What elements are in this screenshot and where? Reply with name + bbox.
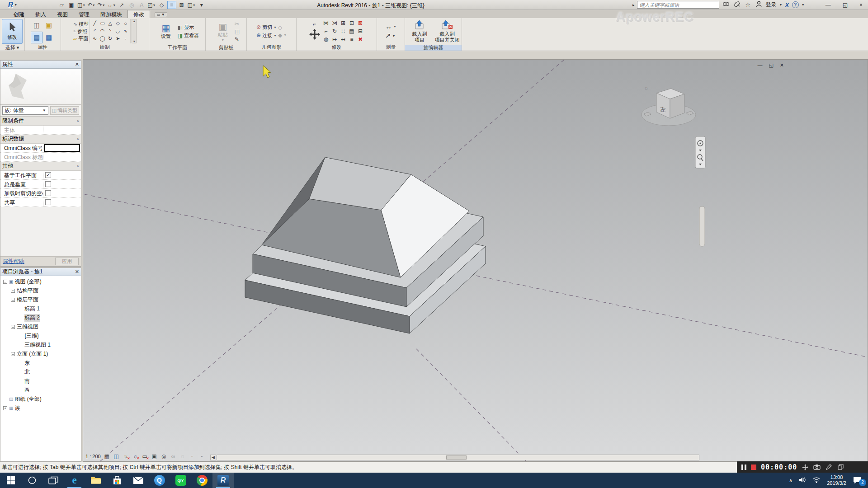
properties-palette-icon[interactable]: ◫ (31, 19, 42, 31)
ribbon-state-toggle[interactable]: ▭ ▼ (155, 12, 167, 17)
taskbar-mail-icon[interactable] (127, 473, 149, 488)
screenshot-icon[interactable] (813, 464, 821, 471)
tab-创建[interactable]: 创建 (8, 10, 30, 18)
wifi-icon[interactable] (812, 477, 821, 484)
default-3d-view-icon[interactable]: ◰▼ (147, 1, 156, 9)
stop-icon[interactable] (751, 465, 756, 470)
modify-tool-icon[interactable]: ↻ (330, 27, 339, 35)
reveal-hidden-icon[interactable]: ◌ (179, 453, 186, 460)
toolbar-window-icon[interactable] (837, 464, 844, 471)
taskbar-chrome-icon[interactable] (191, 473, 212, 488)
draw-tool-icon[interactable]: ◡ (114, 27, 122, 35)
property-value[interactable] (43, 144, 81, 152)
family-category-icon[interactable]: ▦ (43, 32, 55, 43)
tab-插入[interactable]: 插入 (30, 10, 52, 18)
locked-3d-icon[interactable]: ◎ (160, 453, 167, 460)
tree-item[interactable]: 标高 1 (0, 304, 81, 313)
property-value[interactable] (43, 198, 81, 206)
aligned-dim-button[interactable]: ↗▼ (385, 32, 396, 40)
tree-item[interactable]: 三维视图 1 (0, 340, 81, 349)
action-center-icon[interactable]: 2 (853, 476, 863, 484)
undo-icon[interactable]: ↶▼ (87, 1, 96, 9)
copy-icon[interactable]: ◫ (235, 28, 240, 35)
lock-icon[interactable]: ▪ (198, 453, 205, 460)
draw-tool-icon[interactable]: ▭ (99, 19, 106, 27)
wall-joins-icon[interactable]: ◇ (278, 24, 287, 31)
exchange-apps-icon[interactable]: X (785, 1, 789, 9)
pause-icon[interactable] (741, 465, 746, 470)
restore-button[interactable]: ◱ (843, 2, 848, 8)
annotate-icon[interactable] (825, 464, 832, 471)
tab-视图[interactable]: 视图 (52, 10, 73, 18)
move-toolbar-icon[interactable] (802, 464, 809, 471)
apply-button[interactable]: 应用 (55, 258, 79, 265)
draw-plane-button[interactable]: ▱平面 (73, 35, 89, 42)
move-icon[interactable] (309, 28, 321, 42)
modify-tool-icon[interactable]: ⊟ (356, 27, 365, 35)
properties-help-link[interactable]: 属性帮助 (3, 258, 24, 265)
crop-view-icon[interactable]: ▭✕ (142, 453, 148, 460)
align-icon[interactable]: ⌐ (313, 21, 316, 27)
application-menu-button[interactable]: R ▼ (0, 0, 25, 10)
draw-tool-icon[interactable]: ↻ (106, 35, 114, 42)
panel-label-workplane[interactable]: 工作平面 (149, 45, 205, 51)
demolish-button[interactable]: ◆▼ (278, 32, 287, 38)
crop-region-icon[interactable]: ▣ (151, 453, 158, 460)
property-checkbox[interactable] (45, 190, 51, 196)
taskbar-edge-icon[interactable]: e (64, 473, 85, 488)
edit-type-button[interactable]: ◫ 编辑类型 (50, 106, 79, 115)
modify-tool-icon[interactable]: ↤ (339, 35, 348, 43)
collapse-icon[interactable]: – (11, 352, 15, 356)
expand-icon[interactable]: + (3, 406, 7, 410)
expand-icon[interactable]: + (11, 289, 15, 293)
modify-tool-icon[interactable]: ⊠ (356, 19, 365, 27)
taskbar-revit-icon[interactable]: R (212, 473, 234, 488)
tab-附加模块[interactable]: 附加模块 (95, 10, 127, 18)
thin-lines-icon[interactable]: ≡ (167, 1, 176, 9)
tab-修改[interactable]: 修改 (127, 10, 150, 18)
close-button[interactable]: × (859, 2, 863, 8)
view-restore-icon[interactable]: ◱ (769, 62, 773, 68)
switch-windows-icon[interactable]: ◫▼ (187, 1, 196, 9)
open-icon[interactable]: ▱ (57, 1, 66, 9)
modify-tool-icon[interactable]: ↦ (330, 35, 339, 43)
draw-tool-icon[interactable]: ∿ (91, 35, 99, 42)
properties-close-icon[interactable]: ✕ (75, 61, 79, 67)
measure-between-button[interactable]: ↔▼ (385, 23, 396, 30)
text-icon[interactable]: A (137, 1, 146, 9)
draw-reference-line-button[interactable]: ≈参照 (73, 28, 89, 35)
viewer-button[interactable]: ◨查看器 (178, 32, 199, 39)
collapse-icon[interactable]: – (11, 298, 15, 302)
panel-label-draw[interactable]: 绘制 (61, 44, 149, 51)
type-selector[interactable]: 族: 体量▼ (2, 106, 48, 115)
tree-item-label[interactable]: 三维视图 1 (24, 341, 51, 349)
worksharing-icon[interactable]: ▫ (189, 453, 196, 460)
tree-item-label[interactable]: 结构平面 (17, 287, 38, 295)
omniclass-number-input[interactable] (44, 144, 80, 152)
draw-tool-icon[interactable]: · (122, 35, 129, 42)
shadows-icon[interactable]: ☼✕ (132, 453, 139, 460)
viewcube-home-icon[interactable]: ⌂ (645, 85, 648, 90)
modify-tool-icon[interactable]: ▤ (348, 27, 356, 35)
taskbar-file-explorer-icon[interactable] (85, 473, 106, 488)
panel-label-modify[interactable]: 修改 (297, 44, 377, 51)
visual-style-icon[interactable]: ◫ (113, 453, 120, 460)
tree-item-label[interactable]: 北 (24, 368, 30, 376)
load-into-project-button[interactable]: 载入到 项目 (406, 19, 433, 44)
search-input[interactable] (637, 1, 719, 9)
panel-label-geometry[interactable]: 几何图形 (247, 44, 296, 51)
draw-tool-icon[interactable]: ➤ (114, 35, 122, 42)
panel-label-select[interactable]: 选择 ▾ (0, 45, 24, 51)
transfer-icon[interactable]: ◫▼ (77, 1, 86, 9)
draw-tool-icon[interactable]: ╱ (91, 19, 99, 27)
properties-titlebar[interactable]: 属性 ✕ (0, 61, 81, 69)
tree-item[interactable]: 南 (0, 376, 81, 385)
modify-tool-icon[interactable]: ⌐ (322, 27, 330, 35)
taskbar-task-view-icon[interactable] (42, 473, 64, 488)
property-section-header[interactable]: 标识数据∧ (0, 135, 81, 144)
modify-tool-icon[interactable]: ⋊ (330, 19, 339, 27)
modify-tool-icon[interactable]: ∷ (339, 27, 348, 35)
property-value[interactable] (43, 180, 81, 188)
draw-tool-icon[interactable]: ◯ (99, 35, 106, 42)
property-section-header[interactable]: 其他∧ (0, 162, 81, 171)
